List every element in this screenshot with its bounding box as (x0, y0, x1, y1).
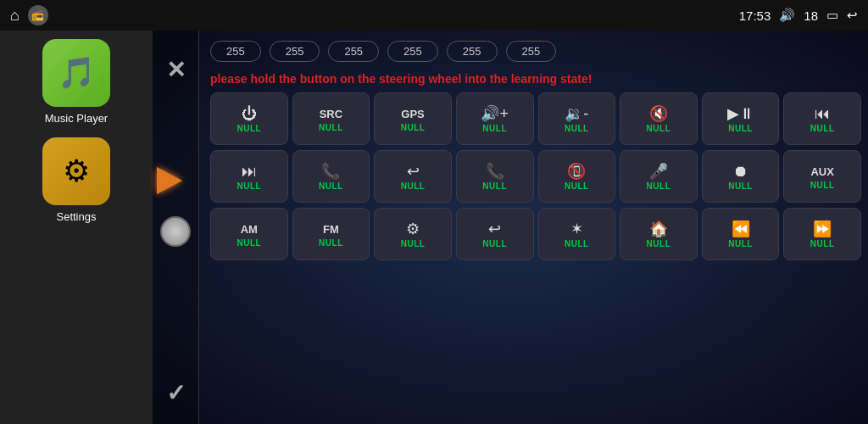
settings-ctrl-icon: ⚙ (406, 221, 420, 237)
btn-call-label: NULL (319, 181, 343, 191)
vol-down-icon: 🔉- (565, 106, 588, 121)
mute-icon: 🔇 (649, 106, 668, 121)
button-grid-row2: ⏭ NULL 📞 NULL ↩ NULL 📞 NULL 📵 NULL (210, 150, 861, 203)
btn-rew-label: NULL (728, 239, 753, 248)
btn-fwd-label: NULL (810, 239, 835, 248)
btn-play-pause-label: NULL (728, 124, 753, 133)
main-layout: 🎵 Music Player ⚙ Settings ✕ ✓ 255 (0, 31, 868, 424)
back-icon[interactable]: ↩ (847, 8, 858, 23)
aux-icon: AUX (810, 165, 833, 178)
button-grid-row3: AM NULL FM NULL ⚙ NULL ↩ NULL ✶ NULL (210, 208, 861, 260)
btn-rew[interactable]: ⏪ NULL (702, 208, 780, 260)
call-icon: 📞 (321, 164, 340, 179)
status-time: 17:53 (739, 8, 771, 23)
btn-hang-up-label: NULL (565, 181, 589, 191)
btn-power-label: NULL (236, 124, 261, 133)
btn-aux[interactable]: AUX NULL (783, 150, 861, 203)
am-icon: AM (241, 223, 258, 236)
btn-vol-up[interactable]: 🔊+ NULL (456, 92, 534, 145)
prev-icon: ⏮ (815, 106, 830, 121)
left-controls: ✕ ✓ (153, 31, 199, 424)
answer-icon: 📞 (486, 164, 504, 179)
btn-settings-label: NULL (401, 239, 426, 248)
btn-mic[interactable]: 🎤 NULL (620, 150, 698, 203)
power-icon: ⏻ (242, 106, 257, 121)
close-button[interactable]: ✕ (166, 56, 186, 84)
status-bar: ⌂ 📻 17:53 🔊 18 ▭ ↩ (0, 0, 868, 31)
home-ctrl-icon: 🏠 (649, 221, 668, 237)
music-player-label: Music Player (45, 112, 108, 125)
button-grid-row1: ⏻ NULL SRC NULL GPS NULL 🔊+ NULL 🔉- (210, 92, 861, 145)
btn-fm-label: NULL (319, 238, 343, 248)
btn-call[interactable]: 📞 NULL (292, 150, 370, 203)
btn-mic-label: NULL (647, 181, 671, 191)
pill-3: 255 (328, 41, 379, 62)
btn-settings[interactable]: ⚙ NULL (374, 208, 452, 260)
knob-control[interactable] (160, 216, 191, 247)
btn-aux-label: NULL (810, 181, 835, 190)
sidebar-item-settings[interactable]: ⚙ Settings (17, 137, 136, 223)
pills-row: 255 255 255 255 255 255 (210, 37, 861, 65)
btn-return[interactable]: ↩ NULL (456, 208, 534, 260)
btn-fwd[interactable]: ⏩ NULL (783, 208, 861, 260)
pill-4: 255 (387, 41, 438, 62)
btn-next[interactable]: ⏭ NULL (210, 150, 288, 203)
btn-prev[interactable]: ⏮ NULL (783, 92, 861, 145)
btn-fm[interactable]: FM NULL (292, 208, 370, 260)
battery-icon: ▭ (826, 8, 838, 23)
radio-icon[interactable]: 📻 (28, 5, 48, 25)
record-icon: ⏺ (733, 164, 748, 179)
play-pause-icon: ▶⏸ (727, 106, 754, 121)
btn-record[interactable]: ⏺ NULL (702, 150, 780, 203)
sidebar-item-music[interactable]: 🎵 Music Player (17, 39, 136, 125)
pill-5: 255 (447, 41, 498, 62)
btn-back-label: NULL (401, 181, 426, 191)
btn-power[interactable]: ⏻ NULL (210, 92, 288, 145)
next-icon: ⏭ (242, 164, 257, 179)
settings-icon: ⚙ (42, 137, 110, 205)
btn-gps[interactable]: GPS NULL (374, 92, 452, 145)
bluetooth-icon: ✶ (570, 221, 583, 237)
btn-play-pause[interactable]: ▶⏸ NULL (702, 92, 780, 145)
music-player-icon: 🎵 (42, 39, 110, 107)
volume-icon: 🔊 (779, 8, 795, 23)
vol-up-icon: 🔊+ (481, 106, 509, 121)
return-icon: ↩ (488, 221, 501, 237)
btn-am[interactable]: AM NULL (210, 208, 288, 260)
btn-vol-down-label: NULL (565, 124, 589, 133)
rew-icon: ⏪ (732, 221, 750, 237)
btn-gps-label: NULL (401, 123, 426, 132)
content-area: 255 255 255 255 255 255 please hold the … (210, 37, 861, 417)
btn-bluetooth-label: NULL (565, 239, 589, 248)
back-ctrl-icon: ↩ (407, 164, 420, 179)
btn-vol-down[interactable]: 🔉- NULL (538, 92, 616, 145)
fm-icon: FM (323, 223, 339, 236)
arrow-indicator (157, 167, 182, 194)
settings-label: Settings (57, 210, 97, 223)
btn-next-label: NULL (236, 181, 261, 191)
btn-prev-label: NULL (810, 124, 835, 133)
btn-home[interactable]: 🏠 NULL (620, 208, 698, 260)
btn-back[interactable]: ↩ NULL (374, 150, 452, 203)
btn-answer[interactable]: 📞 NULL (456, 150, 534, 203)
pill-1: 255 (210, 41, 261, 62)
btn-answer-label: NULL (482, 181, 507, 191)
hang-up-icon: 📵 (567, 164, 586, 179)
btn-bluetooth[interactable]: ✶ NULL (538, 208, 616, 260)
src-icon: SRC (320, 108, 342, 120)
btn-src[interactable]: SRC NULL (292, 92, 370, 145)
btn-src-label: NULL (319, 123, 343, 132)
confirm-button[interactable]: ✓ (166, 379, 186, 407)
main-content: ✕ ✓ 255 255 255 255 255 255 please hold … (153, 31, 868, 424)
btn-mute[interactable]: 🔇 NULL (620, 92, 698, 145)
btn-return-label: NULL (482, 239, 507, 248)
fwd-icon: ⏩ (813, 221, 832, 237)
btn-home-label: NULL (647, 239, 671, 248)
pill-2: 255 (270, 41, 320, 62)
pill-6: 255 (506, 41, 557, 62)
btn-hang-up[interactable]: 📵 NULL (538, 150, 616, 203)
home-icon[interactable]: ⌂ (10, 7, 19, 25)
volume-level: 18 (804, 8, 818, 23)
btn-mute-label: NULL (647, 124, 671, 133)
mic-icon: 🎤 (649, 164, 668, 179)
